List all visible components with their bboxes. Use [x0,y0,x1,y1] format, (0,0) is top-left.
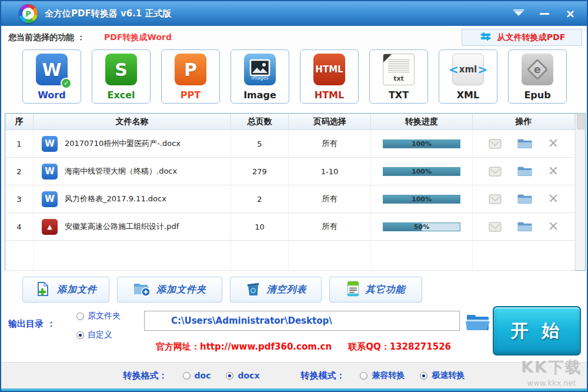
page-range[interactable]: 所有 [289,213,371,240]
table-row[interactable]: 1 W 20170710梧州中盟医药产-.docx 5 所有 100% ✕ [5,130,575,158]
official-website-text: 官方网址：http://www.pdf360.com.cn [156,341,332,353]
format-card-label: Image [243,89,276,101]
progress-bar: 100% [383,195,460,204]
radio-icon[interactable] [76,331,84,339]
progress-bar: 50% [383,222,460,231]
txt-format-icon: txt [383,54,415,85]
remove-file-icon[interactable]: ✕ [548,165,559,178]
radio-icon[interactable] [226,372,233,380]
format-card-label: TXT [389,89,409,101]
format-card-label: Excel [107,89,135,101]
radio-icon[interactable] [420,372,427,380]
col-actions: 操作 [473,114,575,129]
format-card-label: HTML [315,89,344,101]
open-file-icon[interactable] [489,194,502,204]
file-name: 风力价格表_2017.9.11.docx [65,194,166,204]
row-index: 1 [5,130,34,157]
page-range[interactable]: 所有 [289,130,371,157]
title-bar: P 全方位PDF转换器 v6.1 正式版 × [1,1,587,26]
app-window: P 全方位PDF转换器 v6.1 正式版 × 您当前选择的功能 ： PDF转换成… [0,0,588,392]
app-logo-icon: P [19,4,38,23]
open-folder-icon[interactable] [517,165,533,177]
skin-menu-icon[interactable] [510,6,527,21]
open-folder-icon[interactable] [517,221,533,232]
format-card-xml[interactable]: < xml > XML [439,49,497,104]
col-filename: 文件名称 [34,114,231,129]
table-row[interactable]: 3 W 风力价格表_2017.9.11.docx 2 所有 100% ✕ [5,185,575,213]
format-card-word[interactable]: W ✓ Word [22,49,81,104]
add-file-button[interactable]: 添加文件 [22,277,109,303]
word-format-icon: W ✓ [36,54,68,85]
open-folder-icon[interactable] [517,193,533,205]
page-count: 2 [231,185,289,212]
add-folder-icon [133,281,151,298]
ppt-format-icon: P [175,54,206,85]
format-card-ppt[interactable]: P PPT [161,49,220,104]
browse-folder-icon[interactable] [465,312,490,333]
radio-icon[interactable] [360,372,368,380]
open-file-icon[interactable] [489,167,502,177]
epub-format-icon: e [522,54,553,85]
other-functions-button[interactable]: 其它功能 [329,277,422,303]
format-card-txt[interactable]: txt TXT [369,49,428,104]
xml-format-icon: < xml > [452,54,484,85]
remove-file-icon[interactable]: ✕ [548,137,559,150]
radio-icon[interactable] [76,313,84,320]
row-index: 2 [5,158,34,185]
progress-label: 100% [383,195,460,203]
window-title: 全方位PDF转换器 v6.1 正式版 [45,8,172,19]
progress-bar: 100% [383,139,460,148]
col-index: 序 [5,114,34,129]
format-card-image[interactable]: images Image [230,49,289,104]
add-folder-button[interactable]: 添加文件夹 [117,277,222,303]
format-card-html[interactable]: HTML HTML [300,49,359,104]
empty-table-row [5,241,575,271]
contact-qq-text: 联系QQ：1328271526 [348,341,451,353]
switch-to-pdf-button[interactable]: 从文件转换成PDF [462,29,582,46]
file-name: 20170710梧州中盟医药产-.docx [65,138,181,149]
format-options-label: 转换格式： [123,370,168,381]
remove-file-icon[interactable]: ✕ [548,192,559,205]
radio-compatible-mode[interactable]: 兼容转换 [360,370,405,381]
page-range[interactable]: 所有 [289,185,371,212]
html-format-icon: HTML [313,54,345,85]
output-path-input[interactable] [144,311,460,331]
format-card-excel[interactable]: S Excel [92,49,151,104]
open-folder-icon[interactable] [517,138,533,150]
trash-icon [245,281,261,298]
word-file-icon: W [42,191,58,207]
radio-icon[interactable] [183,372,191,380]
open-file-icon[interactable] [489,222,502,232]
page-range[interactable]: 1-10 [289,158,371,185]
radio-fast-mode[interactable]: 极速转换 [420,370,465,381]
file-name: 海南中线管理大纲（终稿）.docx [65,166,177,177]
format-card-epub[interactable]: e Epub [508,49,567,104]
output-section: 输出目录 ： 原文件夹 自定义 开 始 官方网址：http://www.pdf3… [1,306,587,360]
col-progress: 转换进度 [371,114,473,129]
format-card-label: PPT [181,89,201,101]
open-file-icon[interactable] [489,139,502,149]
remove-file-icon[interactable]: ✕ [548,220,559,233]
progress-label: 100% [383,140,460,148]
table-scrollbar[interactable] [575,114,585,270]
document-icon [346,280,360,299]
table-row[interactable]: 4 ▲ 安徽某高速公路施工组织设计.pdf 10 所有 50% ✕ [5,213,575,241]
switch-button-label: 从文件转换成PDF [497,32,565,43]
excel-format-icon: S [105,54,137,85]
start-button[interactable]: 开 始 [493,306,581,356]
format-card-label: Epub [524,89,550,101]
minimize-button[interactable] [536,6,553,21]
radio-docx[interactable]: docx [226,371,259,380]
close-button[interactable]: × [562,6,579,21]
radio-source-folder[interactable]: 原文件夹 [76,311,121,321]
scrollbar-thumb[interactable] [577,114,584,129]
table-row[interactable]: 2 W 海南中线管理大纲（终稿）.docx 279 1-10 100% ✕ [5,158,575,185]
info-line: 官方网址：http://www.pdf360.com.cn 联系QQ：13282… [156,341,451,353]
format-card-label: Word [38,89,65,101]
format-card-row: W ✓ Word S Excel P PPT images Image HTML… [22,49,567,104]
radio-custom-folder[interactable]: 自定义 [76,330,112,340]
window-controls: × [510,1,579,26]
radio-doc[interactable]: doc [183,371,211,380]
pdf-file-icon: ▲ [42,219,58,235]
clear-list-button[interactable]: 清空列表 [230,277,322,303]
